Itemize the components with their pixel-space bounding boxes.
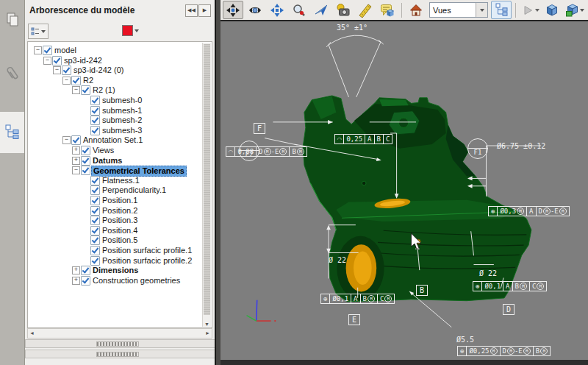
snapshot-button[interactable] <box>333 1 354 19</box>
tree-item-label[interactable]: Datums <box>91 156 123 166</box>
tree-item-label[interactable]: Construction geometries <box>91 276 182 286</box>
scroll-left-icon[interactable]: ◄ <box>29 330 35 336</box>
visibility-checkbox[interactable] <box>81 85 90 95</box>
views-combobox[interactable]: Vues <box>429 2 488 18</box>
zoom-button[interactable] <box>289 1 309 19</box>
tree-item-label[interactable]: Flatness.1 <box>101 176 141 185</box>
tree-item-label[interactable]: Dimensions <box>91 266 140 275</box>
diameter-dimension-55[interactable]: Ø5.5 <box>456 336 474 344</box>
tree-item-r2-1-[interactable]: −R2 (1) <box>28 85 204 95</box>
visibility-checkbox[interactable] <box>52 56 62 65</box>
cad-model[interactable] <box>303 96 531 302</box>
visibility-checkbox[interactable] <box>81 266 90 275</box>
collapse-icon[interactable]: − <box>34 46 42 54</box>
tree-item-label[interactable]: Annotation Set.1 <box>82 135 144 145</box>
tree-item-label[interactable]: Views <box>91 146 115 155</box>
tree-item-submesh-2[interactable]: submesh-2 <box>28 116 204 125</box>
scroll-right-icon[interactable]: ► <box>205 330 210 336</box>
datum-label-B[interactable]: B <box>416 285 428 296</box>
tree-item-label[interactable]: Perpendicularity.1 <box>101 185 168 195</box>
expand-icon[interactable]: + <box>72 266 80 274</box>
visibility-checkbox[interactable] <box>81 276 90 286</box>
tree-item-label[interactable]: submesh-2 <box>101 116 143 125</box>
fcf-position-4[interactable]: ⊕Ø0,25MDM-EMBM <box>457 346 551 356</box>
annotate-button[interactable] <box>377 1 398 19</box>
fcf-profile-2[interactable]: ◠0,25ABC <box>334 134 392 144</box>
fcf-position-1[interactable]: ⊕Ø0,3MADM-EM <box>488 206 570 216</box>
collapse-icon[interactable]: − <box>62 136 71 144</box>
tree-item-datums[interactable]: +Datums <box>28 156 204 166</box>
visibility-checkbox[interactable] <box>43 46 52 55</box>
tree-item-views[interactable]: +Views <box>28 146 204 155</box>
angle-dimension[interactable]: 35° ±1° <box>329 24 375 32</box>
visibility-checkbox[interactable] <box>90 106 100 116</box>
visibility-checkbox[interactable] <box>90 116 100 125</box>
datum-label-F[interactable]: F <box>254 123 265 134</box>
tab-model-tree[interactable] <box>0 112 24 153</box>
navigate-button[interactable] <box>223 1 243 19</box>
tree-item-flatness-1[interactable]: Flatness.1 <box>28 176 204 185</box>
tree-item-label[interactable]: R2 (1) <box>91 85 117 95</box>
visibility-checkbox[interactable] <box>81 166 90 175</box>
tree-item-geometrical-tolerances[interactable]: −Geometrical Tolerances <box>28 166 204 175</box>
fcf-position-3[interactable]: ⊕Ø0,1ABMCM <box>473 281 547 291</box>
home-button[interactable] <box>406 1 426 19</box>
measure-button[interactable] <box>355 1 376 19</box>
panel-splitter-1[interactable] <box>25 339 216 348</box>
expand-icon[interactable]: + <box>72 157 80 165</box>
visibility-checkbox[interactable] <box>90 96 100 105</box>
tree-item-sp3-id-242-0-[interactable]: −sp3-id-242 (0) <box>28 65 204 75</box>
tree-item-position-4[interactable]: Position.4 <box>28 226 204 235</box>
tree-item-submesh-1[interactable]: submesh-1 <box>28 106 204 116</box>
tree-vertical-scrollbar[interactable]: ▼ <box>202 43 211 327</box>
cube-button[interactable] <box>542 1 562 19</box>
visibility-checkbox[interactable] <box>90 126 100 135</box>
tree-item-label[interactable]: Position.3 <box>101 216 139 225</box>
tab-attachments[interactable] <box>0 56 24 90</box>
tree-item-annotation-set-1[interactable]: −Annotation Set.1 <box>28 135 204 145</box>
pan-button[interactable] <box>267 1 287 19</box>
tree-item-label[interactable]: submesh-0 <box>101 96 143 105</box>
tree-toggle-button[interactable] <box>491 1 512 19</box>
3d-scene[interactable] <box>220 20 588 360</box>
tree-item-sp3-id-242[interactable]: −sp3-id-242 <box>28 56 204 65</box>
tree-item-label[interactable]: sp3-id-242 (0) <box>72 65 125 75</box>
tree-item-position-2[interactable]: Position.2 <box>28 206 204 216</box>
tree-item-label[interactable]: Position.5 <box>101 235 139 245</box>
tree-item-label[interactable]: Position.4 <box>101 226 139 235</box>
panel-splitter-2[interactable] <box>25 350 216 358</box>
collapse-icon[interactable]: − <box>53 66 61 74</box>
visibility-checkbox[interactable] <box>90 216 100 225</box>
visibility-checkbox[interactable] <box>90 246 100 255</box>
diameter-dimension-22-left[interactable]: Ø 22 <box>329 256 346 264</box>
tree-item-position-3[interactable]: Position.3 <box>28 216 204 225</box>
expand-button[interactable]: ▶ <box>198 4 211 17</box>
visibility-checkbox[interactable] <box>62 65 71 75</box>
visibility-checkbox[interactable] <box>71 76 81 85</box>
tree-item-label[interactable]: Position.1 <box>101 196 139 205</box>
collapse-all-button[interactable]: ◀◀ <box>185 4 198 17</box>
visibility-checkbox[interactable] <box>71 135 81 145</box>
expand-icon[interactable]: + <box>72 146 80 155</box>
tree-item-label[interactable]: submesh-1 <box>101 106 143 116</box>
tree-item-position-5[interactable]: Position.5 <box>28 235 204 245</box>
collapse-icon[interactable]: − <box>62 77 71 85</box>
datum-target-F1[interactable]: F1 <box>467 138 488 159</box>
tree-item-label[interactable]: model <box>53 46 78 55</box>
visibility-checkbox[interactable] <box>90 226 100 235</box>
datum-label-D[interactable]: D <box>503 304 514 315</box>
tree-item-submesh-0[interactable]: submesh-0 <box>28 96 204 105</box>
tree-item-dimensions[interactable]: +Dimensions <box>28 266 204 275</box>
visibility-checkbox[interactable] <box>90 196 100 205</box>
fcf-profile-1[interactable]: ◠0,08DM-EMBM <box>226 146 307 157</box>
play-button[interactable] <box>520 1 540 19</box>
visibility-checkbox[interactable] <box>90 185 100 195</box>
tree-horizontal-scrollbar[interactable]: ◄ ► <box>27 328 212 339</box>
collapse-icon[interactable]: − <box>43 57 51 65</box>
tree-item-label[interactable]: sp3-id-242 <box>62 56 104 65</box>
collapse-icon[interactable]: − <box>72 86 80 94</box>
tree-filter-button[interactable] <box>28 24 49 39</box>
orbit-button[interactable] <box>245 1 265 19</box>
visibility-checkbox[interactable] <box>81 146 90 155</box>
tree-item-construction-geometries[interactable]: +Construction geometries <box>28 276 204 286</box>
